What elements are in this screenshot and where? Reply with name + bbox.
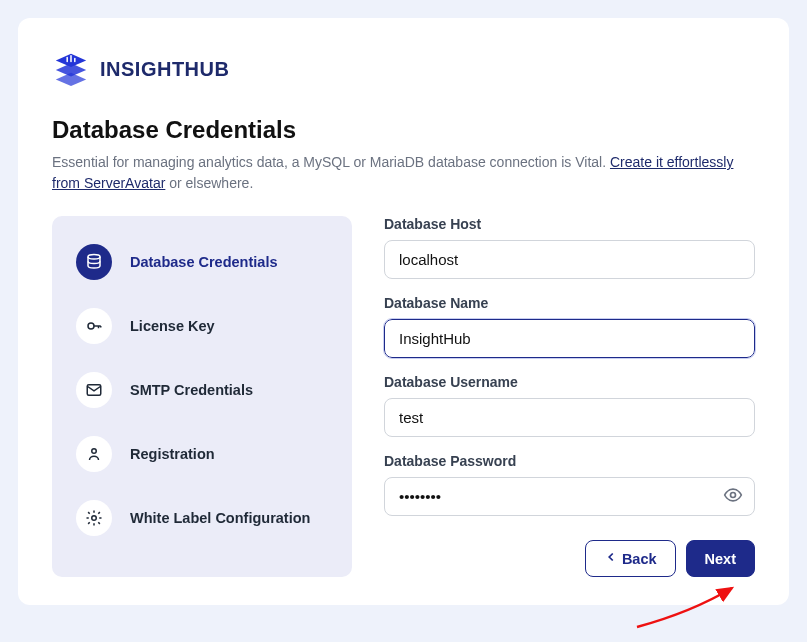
db-name-label: Database Name [384,295,755,311]
step-label: White Label Configuration [130,510,310,526]
chevron-left-icon [604,550,618,567]
step-white-label[interactable]: White Label Configuration [62,486,342,550]
svg-point-8 [731,492,736,497]
svg-point-6 [92,449,97,454]
desc-text-pre: Essential for managing analytics data, a… [52,154,610,170]
db-user-label: Database Username [384,374,755,390]
svg-point-7 [92,516,97,521]
next-label: Next [705,551,736,567]
db-user-input[interactable] [384,398,755,437]
db-name-input[interactable] [384,319,755,358]
svg-point-3 [88,255,100,260]
step-label: Registration [130,446,215,462]
logo-mark-icon [52,50,90,88]
setup-card: INSIGHTHUB Database Credentials Essentia… [18,18,789,605]
svg-point-4 [88,323,94,329]
step-label: SMTP Credentials [130,382,253,398]
user-icon [76,436,112,472]
back-button[interactable]: Back [585,540,676,577]
key-icon [76,308,112,344]
back-label: Back [622,551,657,567]
db-host-input[interactable] [384,240,755,279]
brand-name: INSIGHTHUB [100,58,229,81]
step-label: Database Credentials [130,254,277,270]
desc-text-post: or elsewhere. [169,175,253,191]
next-button[interactable]: Next [686,540,755,577]
step-registration[interactable]: Registration [62,422,342,486]
step-label: License Key [130,318,215,334]
form-column: Database Host Database Name Database Use… [384,216,755,577]
page-title: Database Credentials [52,116,755,144]
step-license-key[interactable]: License Key [62,294,342,358]
action-row: Back Next [384,540,755,577]
page-description: Essential for managing analytics data, a… [52,152,755,194]
db-host-label: Database Host [384,216,755,232]
brand-logo: INSIGHTHUB [52,50,755,88]
mail-icon [76,372,112,408]
gear-icon [76,500,112,536]
step-smtp-credentials[interactable]: SMTP Credentials [62,358,342,422]
db-pass-input[interactable] [384,477,755,516]
eye-icon[interactable] [723,485,743,509]
db-pass-label: Database Password [384,453,755,469]
steps-sidebar: Database Credentials License Key SMTP Cr… [52,216,352,577]
step-database-credentials[interactable]: Database Credentials [62,230,342,294]
database-icon [76,244,112,280]
